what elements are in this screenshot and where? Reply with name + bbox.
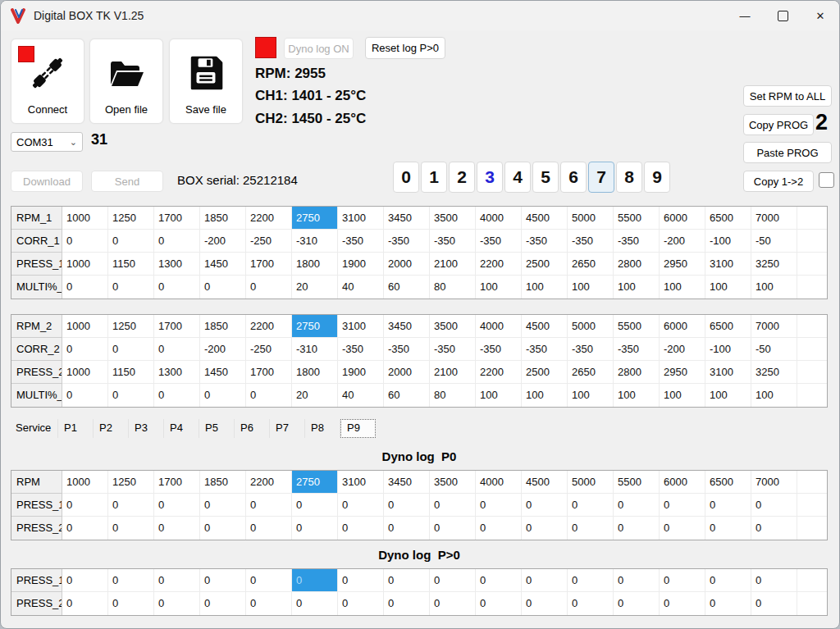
table-cell[interactable]: 0	[751, 494, 797, 517]
table-cell[interactable]: 2800	[614, 361, 660, 384]
tab-service[interactable]: Service	[11, 419, 58, 438]
table-cell[interactable]: 0	[200, 569, 246, 592]
set-rpm-all-button[interactable]: Set RPM to ALL	[743, 85, 832, 107]
table-cell[interactable]: 5500	[614, 207, 660, 230]
table-cell[interactable]: 0	[246, 276, 292, 299]
com-port-select[interactable]: COM31 ⌄	[11, 132, 83, 152]
table-cell[interactable]: -350	[384, 230, 430, 253]
copy-1-2-checkbox[interactable]	[819, 172, 834, 188]
table-cell[interactable]: 1700	[154, 207, 200, 230]
table-cell[interactable]: 0	[108, 592, 154, 615]
table-cell[interactable]: 1900	[338, 253, 384, 276]
table-cell[interactable]: 1000	[62, 253, 108, 276]
table-cell[interactable]: -310	[292, 338, 338, 361]
table-cell[interactable]: -200	[200, 338, 246, 361]
table-cell[interactable]: 0	[108, 384, 154, 407]
table-cell[interactable]: 7000	[751, 207, 797, 230]
table-cell[interactable]: -350	[614, 230, 660, 253]
table-cell[interactable]: -200	[660, 338, 705, 361]
table-cell[interactable]: 0	[108, 338, 154, 361]
table-cell[interactable]: 2500	[522, 361, 568, 384]
table-cell[interactable]: 0	[476, 494, 522, 517]
table-cell[interactable]: 6500	[705, 207, 751, 230]
table-cell[interactable]: 2100	[430, 253, 476, 276]
table-cell[interactable]: 0	[62, 592, 108, 615]
dyno-log-on-button[interactable]: Dyno log ON	[284, 38, 354, 59]
table-cell[interactable]: 1250	[108, 207, 154, 230]
table-cell[interactable]: 0	[200, 494, 246, 517]
table-cell[interactable]: 1700	[154, 471, 200, 494]
table-cell[interactable]: 3500	[430, 207, 476, 230]
save-file-button[interactable]: Save file	[169, 39, 243, 124]
table-cell[interactable]: -200	[660, 230, 705, 253]
copy-prog-button[interactable]: Copy PROG	[743, 114, 814, 135]
table-cell[interactable]: 3250	[751, 253, 797, 276]
table-cell[interactable]: 0	[338, 494, 384, 517]
table-cell[interactable]: 0	[292, 592, 338, 615]
table-cell[interactable]: 4500	[522, 315, 568, 338]
table-cell[interactable]: 0	[614, 517, 660, 540]
table-cell[interactable]: 100	[705, 276, 751, 299]
table-cell[interactable]: 0	[154, 338, 200, 361]
table-cell[interactable]: 4000	[476, 315, 522, 338]
table-cell[interactable]: 1000	[62, 207, 108, 230]
table-cell[interactable]: -350	[338, 338, 384, 361]
table-cell[interactable]: 1000	[62, 361, 108, 384]
table-cell[interactable]: 1850	[200, 471, 246, 494]
table-cell[interactable]: 80	[430, 384, 476, 407]
table-cell[interactable]: 2750	[292, 315, 338, 338]
table-cell[interactable]: 4000	[476, 471, 522, 494]
tab-p2[interactable]: P2	[94, 419, 129, 438]
table-cell[interactable]: 1000	[62, 315, 108, 338]
table-cell[interactable]: 100	[660, 384, 705, 407]
table-cell[interactable]: 100	[751, 384, 797, 407]
table-cell[interactable]: 0	[384, 592, 430, 615]
table-cell[interactable]: -100	[705, 338, 751, 361]
table-cell[interactable]: 0	[108, 569, 154, 592]
table-cell[interactable]: 0	[568, 517, 614, 540]
table-cell[interactable]: 0	[384, 569, 430, 592]
table-cell[interactable]: 1850	[200, 315, 246, 338]
table-cell[interactable]: 4000	[476, 207, 522, 230]
table-cell[interactable]: -200	[200, 230, 246, 253]
table-cell[interactable]: 0	[568, 569, 614, 592]
reset-log-button[interactable]: Reset log P>0	[365, 37, 445, 59]
table-cell[interactable]: 2500	[522, 253, 568, 276]
table-cell[interactable]: 2200	[476, 361, 522, 384]
table-cell[interactable]: 0	[476, 569, 522, 592]
table-cell[interactable]: 0	[522, 592, 568, 615]
table-cell[interactable]: 0	[108, 494, 154, 517]
prog-digit-button[interactable]: 6	[560, 162, 587, 193]
table-cell[interactable]: 5000	[568, 471, 614, 494]
table-cell[interactable]: 0	[62, 338, 108, 361]
table-cell[interactable]: 0	[430, 592, 476, 615]
table-cell[interactable]: 0	[154, 517, 200, 540]
table-cell[interactable]: 0	[200, 276, 246, 299]
table-cell[interactable]: 0	[705, 569, 751, 592]
paste-prog-button[interactable]: Paste PROG	[743, 142, 832, 163]
table-cell[interactable]: 0	[660, 592, 705, 615]
table-cell[interactable]: 3450	[384, 207, 430, 230]
table-cell[interactable]: 40	[338, 384, 384, 407]
table-cell[interactable]: 3100	[705, 361, 751, 384]
table-cell[interactable]: 2200	[246, 315, 292, 338]
table-cell[interactable]: 3100	[705, 253, 751, 276]
table-cell[interactable]: -100	[705, 230, 751, 253]
table-cell[interactable]: 1150	[108, 361, 154, 384]
table-cell[interactable]: 1700	[246, 253, 292, 276]
table-cell[interactable]: -350	[430, 338, 476, 361]
table-cell[interactable]: 0	[430, 517, 476, 540]
download-button[interactable]: Download	[11, 171, 83, 192]
table-cell[interactable]: 0	[751, 569, 797, 592]
table-cell[interactable]: -350	[568, 230, 614, 253]
table-cell[interactable]: 60	[384, 384, 430, 407]
table-cell[interactable]: -350	[430, 230, 476, 253]
table-cell[interactable]: 3100	[338, 207, 384, 230]
table-cell[interactable]: 0	[292, 517, 338, 540]
table-cell[interactable]: -350	[476, 230, 522, 253]
tab-p7[interactable]: P7	[270, 419, 305, 438]
table-cell[interactable]: 1450	[200, 253, 246, 276]
prog-digit-button[interactable]: 2	[449, 162, 475, 193]
tab-p1[interactable]: P1	[58, 419, 94, 438]
table-cell[interactable]: 60	[384, 276, 430, 299]
